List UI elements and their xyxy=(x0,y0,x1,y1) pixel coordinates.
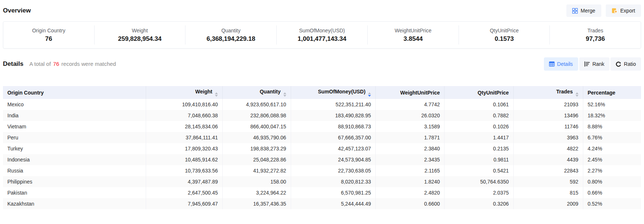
table-row: Peru 37,864,111.41 46,935,790.06 67,666,… xyxy=(3,132,641,143)
tab-rank-label: Rank xyxy=(592,61,605,67)
cell-qtyunitprice: 0.5421 xyxy=(445,165,513,176)
table-row: Kazakhstan 7,945,609.47 16,357,436.35 5,… xyxy=(3,198,641,209)
tab-details-label: Details xyxy=(557,61,573,67)
table-icon xyxy=(549,61,555,67)
summary-label: WeightUnitPrice xyxy=(368,28,459,33)
summary-label: QtyUnitPrice xyxy=(459,28,550,33)
cell-quantity: 25,048,228.86 xyxy=(222,154,291,165)
cell-trades: 815 xyxy=(513,187,583,198)
cell-origin-country: Kazakhstan xyxy=(3,198,146,209)
summary-item-weight: Weight 259,828,954.34 xyxy=(95,25,186,45)
cell-trades: 22843 xyxy=(513,165,583,176)
overview-page: Overview Merge xyxy=(0,0,644,209)
cell-weight: 7,048,660.38 xyxy=(146,110,222,121)
cell-quantity: 198,838,273.29 xyxy=(222,143,291,154)
cell-percentage: 0.80% xyxy=(583,176,641,187)
cell-weightunitprice: 2.3840 xyxy=(376,143,445,154)
cell-weightunitprice: 1.7871 xyxy=(376,132,445,143)
summary-card: Origin Country 76 Weight 259,828,954.34 … xyxy=(3,21,641,49)
cell-trades: 4822 xyxy=(513,143,583,154)
match-count: 76 xyxy=(51,61,61,67)
cell-origin-country: Mexico xyxy=(3,99,146,110)
cell-origin-country: Peru xyxy=(3,132,146,143)
details-bar: Details A total of76records were matched… xyxy=(3,57,641,71)
cell-quantity: 232,806,088.98 xyxy=(222,110,291,121)
sort-icon[interactable] xyxy=(215,92,218,97)
table-row: India 7,048,660.38 232,806,088.98 183,49… xyxy=(3,110,641,121)
cell-qtyunitprice: 0.3206 xyxy=(445,198,513,209)
cell-quantity: 41,932,272.82 xyxy=(222,165,291,176)
merge-icon xyxy=(572,8,578,14)
summary-label: Weight xyxy=(95,28,185,33)
tab-details[interactable]: Details xyxy=(544,57,578,71)
table-row: Vietnam 28,145,834.06 866,400,047.15 88,… xyxy=(3,121,641,132)
table-row: Pakistan 2,647,500.45 3,224,964.22 6,570… xyxy=(3,187,641,198)
cell-weightunitprice: 1.8240 xyxy=(376,176,445,187)
cell-trades: 3963 xyxy=(513,132,583,143)
summary-value: 76 xyxy=(3,36,94,42)
export-icon xyxy=(612,8,618,14)
summary-value: 97,736 xyxy=(550,36,641,42)
table-header-row: Origin Country Weight Quantity SumOfMone… xyxy=(3,86,641,99)
tab-rank[interactable]: Rank xyxy=(579,57,610,71)
column-header-trades[interactable]: Trades xyxy=(513,86,583,99)
column-header-percentage: Percentage xyxy=(583,86,641,99)
column-header-quantity[interactable]: Quantity xyxy=(222,86,291,99)
merge-button[interactable]: Merge xyxy=(566,4,601,17)
tab-ratio[interactable]: Ratio xyxy=(611,57,641,71)
cell-origin-country: Pakistan xyxy=(3,187,146,198)
cell-qtyunitprice: 1.4417 xyxy=(445,132,513,143)
export-button[interactable]: Export xyxy=(606,4,641,17)
overview-title: Overview xyxy=(3,7,31,14)
cell-sumofmoney: 88,910,868.73 xyxy=(291,121,376,132)
cell-qtyunitprice: 0.1026 xyxy=(445,121,513,132)
cell-weightunitprice: 2.1165 xyxy=(376,165,445,176)
cell-qtyunitprice: 0.2135 xyxy=(445,143,513,154)
cell-origin-country: Turkey xyxy=(3,143,146,154)
cell-percentage: 0.52% xyxy=(583,198,641,209)
merge-button-label: Merge xyxy=(581,8,595,14)
cell-percentage: 8.88% xyxy=(583,121,641,132)
sort-icon[interactable] xyxy=(576,92,578,97)
summary-item-sumofmoney: SumOfMoney(USD) 1,001,477,143.34 xyxy=(277,25,368,45)
summary-item-origin-country: Origin Country 76 xyxy=(3,25,95,45)
cell-percentage: 4.24% xyxy=(583,143,641,154)
cell-sumofmoney: 183,490,828.95 xyxy=(291,110,376,121)
cell-weight: 4,397,487.89 xyxy=(146,176,222,187)
cell-sumofmoney: 6,570,981.25 xyxy=(291,187,376,198)
overview-header: Overview Merge xyxy=(3,0,641,21)
cell-qtyunitprice: 0.1061 xyxy=(445,99,513,110)
summary-value: 1,001,477,143.34 xyxy=(277,36,368,42)
cell-trades: 11746 xyxy=(513,121,583,132)
cell-percentage: 18.32% xyxy=(583,110,641,121)
cell-weightunitprice: 4.7742 xyxy=(376,99,445,110)
cell-weight: 37,864,111.41 xyxy=(146,132,222,143)
table-row: Turkey 17,809,320.43 198,838,273.29 42,4… xyxy=(3,143,641,154)
column-header-qtyunitprice: QtyUnitPrice xyxy=(445,86,513,99)
summary-item-qtyunitprice: QtyUnitPrice 0.1573 xyxy=(459,25,550,45)
table-row: Russia 10,739,633.56 41,932,272.82 22,73… xyxy=(3,165,641,176)
cell-sumofmoney: 8,020,812.33 xyxy=(291,176,376,187)
cell-weightunitprice: 2.3435 xyxy=(376,154,445,165)
cell-sumofmoney: 67,666,357.00 xyxy=(291,132,376,143)
column-header-weight[interactable]: Weight xyxy=(146,86,222,99)
table-row: Mexico 109,410,816.40 4,923,650,617.10 5… xyxy=(3,99,641,110)
column-header-weightunitprice: WeightUnitPrice xyxy=(376,86,445,99)
table-row: Indonesia 10,485,914.62 25,048,228.86 24… xyxy=(3,154,641,165)
cell-weight: 2,647,500.45 xyxy=(146,187,222,198)
summary-label: Origin Country xyxy=(3,28,94,33)
cell-trades: 4439 xyxy=(513,154,583,165)
cell-sumofmoney: 5,244,444.49 xyxy=(291,198,376,209)
details-heading-group: Details A total of76records were matched xyxy=(3,60,116,68)
sort-icon[interactable] xyxy=(283,92,286,97)
cell-percentage: 52.16% xyxy=(583,99,641,110)
cell-sumofmoney: 522,351,211.40 xyxy=(291,99,376,110)
cell-qtyunitprice: 0.7882 xyxy=(445,110,513,121)
sort-icon-active-desc[interactable] xyxy=(368,92,371,97)
table-row: Philippines 4,397,487.89 158.00 8,020,81… xyxy=(3,176,641,187)
view-tabs: Details Rank Ratio xyxy=(544,57,641,71)
column-header-sumofmoney[interactable]: SumOfMoney(USD) xyxy=(291,86,376,99)
cell-trades: 13496 xyxy=(513,110,583,121)
details-table: Origin Country Weight Quantity SumOfMone… xyxy=(3,86,641,209)
cell-trades: 592 xyxy=(513,176,583,187)
